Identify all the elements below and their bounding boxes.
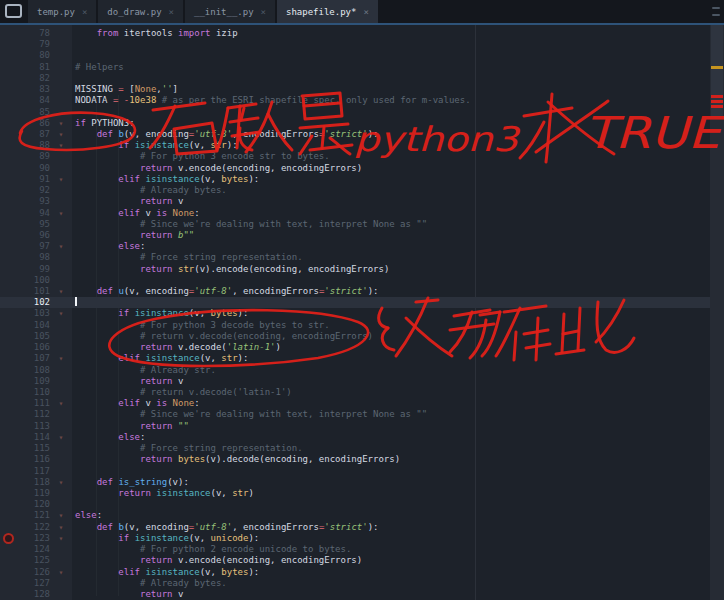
tab-shapefile-py[interactable]: shapefile.py*× <box>277 0 378 23</box>
code-line-99[interactable]: 99 return str(v).encode(encoding, encodi… <box>0 264 710 275</box>
line-number[interactable]: 123 <box>16 533 50 544</box>
line-number[interactable]: 104 <box>16 320 50 331</box>
code-line-114[interactable]: 114▾ else: <box>0 432 710 443</box>
code-line-115[interactable]: 115 # Force string representation. <box>0 443 710 454</box>
line-number[interactable]: 100 <box>16 275 50 286</box>
tab-close-icon[interactable]: × <box>363 7 368 17</box>
code-line-100[interactable]: 100 <box>0 275 710 286</box>
fold-arrow-icon[interactable]: ▾ <box>50 118 72 129</box>
code-line-116[interactable]: 116 return bytes(v).decode(encoding, enc… <box>0 454 710 465</box>
line-number[interactable]: 81 <box>16 62 50 73</box>
breakpoint-marker-icon[interactable] <box>3 533 14 544</box>
line-number[interactable]: 124 <box>16 544 50 555</box>
code-line-97[interactable]: 97▾ else: <box>0 241 710 252</box>
fold-arrow-icon[interactable]: ▾ <box>50 241 72 252</box>
line-number[interactable]: 128 <box>16 589 50 600</box>
line-number[interactable]: 99 <box>16 264 50 275</box>
scrollbar-track[interactable] <box>710 25 724 600</box>
line-number[interactable]: 105 <box>16 331 50 342</box>
line-number[interactable]: 87 <box>16 129 50 140</box>
line-number[interactable]: 119 <box>16 488 50 499</box>
line-number[interactable]: 89 <box>16 151 50 162</box>
line-number[interactable]: 98 <box>16 252 50 263</box>
line-number[interactable]: 120 <box>16 499 50 510</box>
fold-arrow-icon[interactable]: ▾ <box>50 140 72 151</box>
line-number[interactable]: 95 <box>16 219 50 230</box>
fold-arrow-icon[interactable]: ▾ <box>50 398 72 409</box>
code-line-98[interactable]: 98 # Force string representation. <box>0 252 710 263</box>
code-line-82[interactable]: 82 <box>0 73 710 84</box>
fold-arrow-icon[interactable]: ▾ <box>50 174 72 185</box>
code-line-120[interactable]: 120 <box>0 499 710 510</box>
tab-overflow-icon[interactable] <box>712 0 720 23</box>
line-number[interactable]: 106 <box>16 342 50 353</box>
line-number[interactable]: 84 <box>16 95 50 106</box>
line-number[interactable]: 122 <box>16 522 50 533</box>
line-number[interactable]: 92 <box>16 185 50 196</box>
code-line-83[interactable]: 83MISSING = [None,''] <box>0 84 710 95</box>
line-number[interactable]: 118 <box>16 477 50 488</box>
code-line-113[interactable]: 113 return "" <box>0 421 710 432</box>
code-line-101[interactable]: 101▾ def u(v, encoding='utf-8', encoding… <box>0 286 710 297</box>
code-line-84[interactable]: 84NODATA = -10e38 # as per the ESRI shap… <box>0 95 710 106</box>
code-line-119[interactable]: 119 return isinstance(v, str) <box>0 488 710 499</box>
line-number[interactable]: 127 <box>16 578 50 589</box>
code-line-126[interactable]: 126▾ elif isinstance(v, bytes): <box>0 567 710 578</box>
code-line-106[interactable]: 106 return v.decode('latin-1') <box>0 342 710 353</box>
fold-arrow-icon[interactable]: ▾ <box>50 129 72 140</box>
code-line-117[interactable]: 117 <box>0 466 710 477</box>
code-line-128[interactable]: 128 return v <box>0 589 710 600</box>
new-file-icon[interactable] <box>5 4 22 18</box>
code-line-123[interactable]: 123▾ if isinstance(v, unicode): <box>0 533 710 544</box>
code-line-105[interactable]: 105 # return v.decode(encoding, encoding… <box>0 331 710 342</box>
line-number[interactable]: 97 <box>16 241 50 252</box>
code-line-85[interactable]: 85 <box>0 107 710 118</box>
line-number[interactable]: 83 <box>16 84 50 95</box>
code-line-122[interactable]: 122▾ def b(v, encoding='utf-8', encoding… <box>0 522 710 533</box>
fold-arrow-icon[interactable]: ▾ <box>50 308 72 319</box>
line-number[interactable]: 102 <box>16 297 50 308</box>
fold-arrow-icon[interactable]: ▾ <box>50 533 72 544</box>
code-line-95[interactable]: 95 # Since we're dealing with text, inte… <box>0 219 710 230</box>
tab-do-draw-py[interactable]: do_draw.py× <box>98 0 183 23</box>
code-line-125[interactable]: 125 return v.encode(encoding, encodingEr… <box>0 555 710 566</box>
line-number[interactable]: 80 <box>16 50 50 61</box>
code-line-80[interactable]: 80 <box>0 50 710 61</box>
fold-arrow-icon[interactable]: ▾ <box>50 510 72 521</box>
tab-close-icon[interactable]: × <box>82 7 87 17</box>
tab-close-icon[interactable]: × <box>169 7 174 17</box>
code-line-104[interactable]: 104 # For python 3 decode bytes to str. <box>0 320 710 331</box>
code-line-111[interactable]: 111▾ elif v is None: <box>0 398 710 409</box>
code-line-89[interactable]: 89 # For python 3 encode str to bytes. <box>0 151 710 162</box>
fold-arrow-icon[interactable]: ▾ <box>50 522 72 533</box>
code-line-109[interactable]: 109 return v <box>0 376 710 387</box>
code-line-93[interactable]: 93 return v <box>0 196 710 207</box>
code-line-90[interactable]: 90 return v.encode(encoding, encodingErr… <box>0 163 710 174</box>
fold-arrow-icon[interactable]: ▾ <box>50 286 72 297</box>
line-number[interactable]: 109 <box>16 376 50 387</box>
line-number[interactable]: 88 <box>16 140 50 151</box>
line-number[interactable]: 79 <box>16 39 50 50</box>
line-number[interactable]: 78 <box>16 28 50 39</box>
line-number[interactable]: 103 <box>16 308 50 319</box>
line-number[interactable]: 101 <box>16 286 50 297</box>
fold-arrow-icon[interactable]: ▾ <box>50 208 72 219</box>
line-number[interactable]: 126 <box>16 567 50 578</box>
code-line-108[interactable]: 108 # Already str. <box>0 365 710 376</box>
line-number[interactable]: 86 <box>16 118 50 129</box>
line-number[interactable]: 114 <box>16 432 50 443</box>
line-number[interactable]: 125 <box>16 555 50 566</box>
code-line-87[interactable]: 87▾ def b(v, encoding='utf-8', encodingE… <box>0 129 710 140</box>
line-number[interactable]: 96 <box>16 230 50 241</box>
line-number[interactable]: 116 <box>16 454 50 465</box>
line-number[interactable]: 117 <box>16 466 50 477</box>
line-number[interactable]: 93 <box>16 196 50 207</box>
fold-arrow-icon[interactable]: ▾ <box>50 567 72 578</box>
code-line-91[interactable]: 91▾ elif isinstance(v, bytes): <box>0 174 710 185</box>
code-line-86[interactable]: 86▾if PYTHON3: <box>0 118 710 129</box>
line-number[interactable]: 82 <box>16 73 50 84</box>
code-line-92[interactable]: 92 # Already bytes. <box>0 185 710 196</box>
line-number[interactable]: 107 <box>16 353 50 364</box>
code-line-110[interactable]: 110 # return v.decode('latin-1') <box>0 387 710 398</box>
line-number[interactable]: 85 <box>16 107 50 118</box>
